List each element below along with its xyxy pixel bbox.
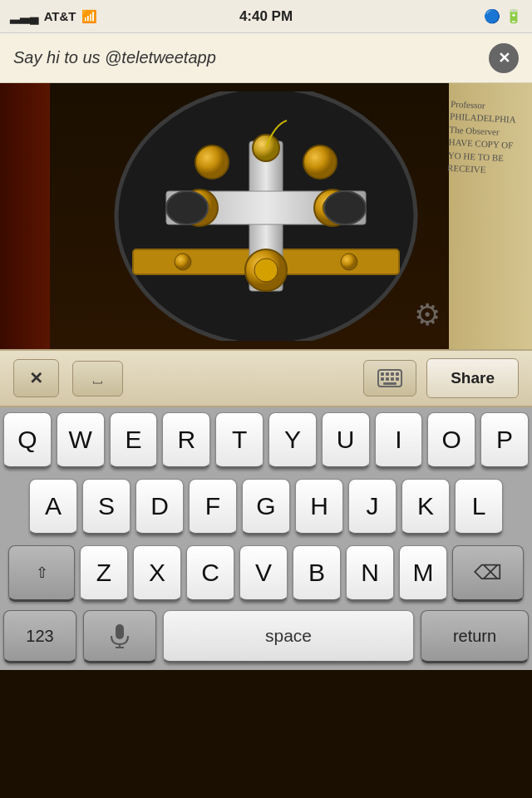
svg-rect-19 [386,372,389,376]
key-n[interactable]: N [346,545,394,602]
keyboard-row-3: ⇧ZXCVBNM⌫ [0,540,532,607]
battery-icon: 🔋 [505,8,522,24]
svg-rect-20 [391,372,394,376]
bluetooth-icon: 🔵 [484,8,500,24]
return-key[interactable]: return [421,610,529,663]
svg-point-10 [303,145,337,179]
keyboard-row-1: QWERTYUIOP [0,407,532,474]
svg-point-13 [175,254,191,270]
keyboard-toggle-button[interactable] [363,360,416,397]
key-o[interactable]: O [427,412,475,469]
shift-key[interactable]: ⇧ [8,545,75,602]
key-q[interactable]: Q [3,412,52,469]
app-image-area: Professor PHILADELPHIA The Observer HAVE… [0,83,532,349]
close-notification-button[interactable]: ✕ [489,43,519,73]
key-l[interactable]: L [455,479,503,535]
svg-point-12 [254,259,278,282]
key-u[interactable]: U [322,412,370,469]
delete-key[interactable]: ⌫ [452,545,524,602]
dismiss-icon: ✕ [29,368,43,388]
key-v[interactable]: V [239,545,288,602]
key-r[interactable]: R [162,412,210,469]
key-t[interactable]: T [215,412,264,469]
key-b[interactable]: B [293,545,341,602]
wifi-icon: 📶 [81,9,97,24]
key-h[interactable]: H [295,479,343,535]
svg-rect-23 [386,377,389,381]
time-label: 4:40 PM [239,8,293,25]
keyboard-row-2: ASDFGHJKL [0,474,532,540]
key-j[interactable]: J [348,479,397,535]
svg-rect-21 [396,372,399,376]
svg-rect-25 [396,377,399,381]
key-c[interactable]: C [186,545,234,602]
space-icon: ⎵ [93,370,102,387]
key-s[interactable]: S [82,479,131,535]
space-button[interactable]: ⎵ [72,361,123,397]
share-button[interactable]: Share [426,358,519,398]
key-f[interactable]: F [189,479,237,535]
svg-point-8 [195,145,229,179]
status-bar: ▂▃▄ AT&T 📶 4:40 PM 🔵 🔋 [0,0,532,33]
key-a[interactable]: A [29,479,77,535]
space-key[interactable]: space [163,610,414,663]
notification-bar: Say hi to us @teletweetapp ✕ [0,33,532,83]
svg-rect-27 [116,624,124,639]
dismiss-button[interactable]: ✕ [13,359,59,397]
key-y[interactable]: Y [268,412,317,469]
key-e[interactable]: E [110,412,158,469]
microphone-key[interactable] [83,610,156,663]
svg-rect-26 [383,382,397,385]
telegraph-svg [66,91,466,341]
svg-rect-18 [381,372,384,376]
key-p[interactable]: P [480,412,529,469]
keyboard: QWERTYUIOP ASDFGHJKL ⇧ZXCVBNM⌫ 123spacer… [0,407,532,670]
left-wood-panel [0,83,50,349]
notification-text: Say hi to us @teletweetapp [13,48,216,67]
share-label: Share [451,369,495,387]
key-k[interactable]: K [401,479,450,535]
key-g[interactable]: G [242,479,290,535]
close-icon: ✕ [498,49,510,67]
svg-point-14 [341,254,357,270]
toolbar: ✕ ⎵ Share [0,349,532,407]
key-x[interactable]: X [133,545,181,602]
key-w[interactable]: W [57,412,105,469]
numbers-key[interactable]: 123 [3,610,76,663]
svg-point-15 [166,191,208,224]
svg-rect-22 [381,377,384,381]
signal-bars-icon: ▂▃▄ [10,9,39,24]
carrier-label: AT&T [44,9,76,23]
key-i[interactable]: I [375,412,423,469]
key-z[interactable]: Z [80,545,128,602]
keyboard-row-4: 123spacereturn [0,607,532,670]
svg-rect-24 [391,377,394,381]
key-d[interactable]: D [135,479,184,535]
key-m[interactable]: M [399,545,447,602]
gear-icon: ⚙ [414,298,441,332]
keyboard-icon [377,369,402,387]
svg-point-16 [324,191,366,224]
